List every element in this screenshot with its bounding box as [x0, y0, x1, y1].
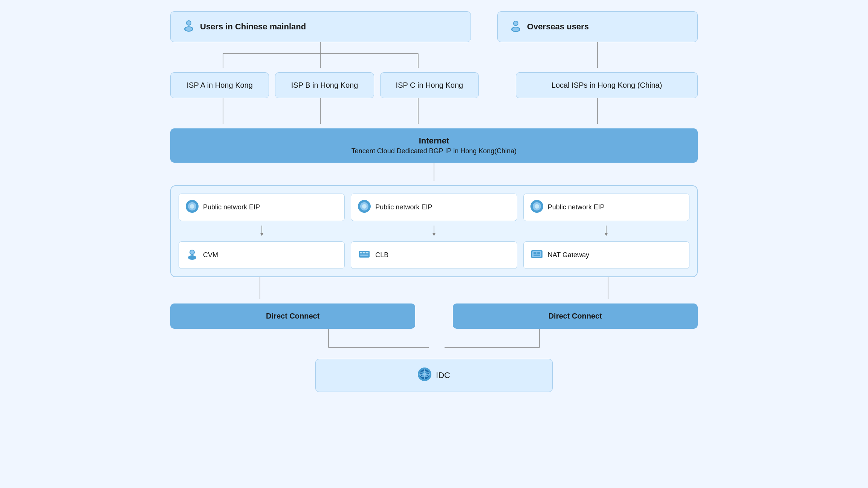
cvm-icon — [186, 248, 199, 262]
clb-label: CLB — [375, 251, 388, 259]
cvm-box: CVM — [179, 241, 345, 269]
eip-box-3: Public network EIP — [523, 194, 689, 221]
dc-right-box: Direct Connect — [453, 303, 698, 329]
dc-right-label: Direct Connect — [549, 312, 602, 320]
converging-arrows — [170, 98, 698, 128]
idc-label: IDC — [436, 371, 450, 380]
direct-connect-row: Direct Connect Direct Connect — [170, 303, 698, 329]
vpc-dc-svg — [170, 277, 698, 303]
svg-point-6 — [514, 21, 518, 25]
internet-subtitle: Tencent Cloud Dedicated BGP IP in Hong K… — [182, 147, 686, 155]
overseas-users-box: Overseas users — [497, 11, 698, 42]
dc-left-label: Direct Connect — [266, 312, 319, 320]
eip-icon-3 — [530, 200, 543, 215]
nat-icon — [530, 248, 543, 262]
isp-a-label: ISP A in Hong Kong — [187, 81, 253, 90]
svg-point-2 — [187, 21, 191, 25]
diagram-container: Users in Chinese mainland Overseas users — [170, 11, 698, 392]
svg-marker-46 — [432, 233, 436, 236]
local-isp-label: Local ISPs in Hong Kong (China) — [552, 81, 662, 90]
isp-b-label: ISP B in Hong Kong — [291, 81, 358, 90]
eip-box-1: Public network EIP — [179, 194, 345, 221]
isp-c-label: ISP C in Hong Kong — [396, 81, 463, 90]
svg-point-54 — [535, 204, 539, 209]
svg-rect-60 — [537, 252, 540, 254]
eip-label-1: Public network EIP — [203, 203, 260, 211]
isp-row: ISP A in Hong Kong ISP B in Hong Kong IS… — [170, 72, 698, 98]
eip-cvm-arrow — [179, 226, 345, 237]
isp-a-box: ISP A in Hong Kong — [170, 72, 269, 98]
eip-box-2: Public network EIP — [351, 194, 517, 221]
svg-point-41 — [190, 250, 194, 254]
clb-icon — [358, 248, 371, 262]
overseas-user-icon — [509, 19, 523, 35]
local-isp-box: Local ISPs in Hong Kong (China) — [516, 72, 698, 98]
svg-point-3 — [185, 27, 192, 31]
svg-rect-49 — [363, 252, 365, 253]
vpc-col-nat: Public network EIP — [523, 194, 689, 269]
converge-svg — [170, 98, 698, 128]
isp-c-box: ISP C in Hong Kong — [380, 72, 479, 98]
dc-idc-svg — [170, 329, 698, 359]
svg-rect-48 — [360, 252, 362, 253]
vpc-container: Public network EIP CVM — [170, 185, 698, 277]
mainland-users-box: Users in Chinese mainland — [170, 11, 471, 42]
internet-box: Internet Tencent Cloud Dedicated BGP IP … — [170, 128, 698, 163]
top-row: Users in Chinese mainland Overseas users — [170, 11, 698, 42]
internet-to-vpc-arrow — [170, 163, 698, 185]
svg-rect-47 — [359, 251, 370, 258]
cvm-label: CVM — [203, 251, 218, 259]
mainland-user-icon — [182, 18, 196, 35]
svg-point-40 — [188, 255, 196, 260]
isp-b-box: ISP B in Hong Kong — [275, 72, 374, 98]
internet-vpc-svg — [170, 163, 698, 185]
internet-title: Internet — [182, 136, 686, 146]
branching-arrows — [170, 42, 698, 72]
eip-clb-arrow — [351, 226, 517, 237]
idc-icon — [418, 368, 431, 383]
eip-cvm-svg — [256, 226, 267, 237]
vpc-col-cvm: Public network EIP CVM — [179, 194, 345, 269]
vpc-col-clb: Public network EIP — [351, 194, 517, 269]
dc-left-box: Direct Connect — [170, 303, 415, 329]
eip-clb-svg — [428, 226, 440, 237]
svg-rect-50 — [366, 252, 368, 253]
nat-box: NAT Gateway — [523, 241, 689, 269]
eip-label-3: Public network EIP — [548, 203, 605, 211]
idc-row: IDC — [170, 359, 698, 392]
dc-to-idc-arrows — [170, 329, 698, 359]
svg-point-36 — [190, 204, 194, 209]
idc-box: IDC — [315, 359, 553, 392]
mainland-users-label: Users in Chinese mainland — [200, 22, 306, 32]
eip-nat-arrow — [523, 226, 689, 237]
svg-rect-51 — [360, 255, 368, 256]
svg-rect-61 — [533, 255, 540, 256]
eip-nat-svg — [601, 226, 612, 237]
eip-icon-1 — [186, 200, 199, 215]
vpc-to-dc-arrows — [170, 277, 698, 303]
overseas-users-label: Overseas users — [527, 22, 589, 32]
nat-label: NAT Gateway — [548, 251, 589, 259]
eip-icon-2 — [358, 200, 371, 215]
svg-marker-38 — [260, 233, 263, 236]
svg-rect-58 — [532, 251, 541, 257]
svg-marker-56 — [605, 233, 608, 236]
svg-rect-59 — [533, 252, 536, 254]
clb-box: CLB — [351, 241, 517, 269]
branch-svg — [170, 42, 698, 72]
svg-point-44 — [362, 204, 367, 209]
svg-point-7 — [512, 27, 519, 31]
eip-label-2: Public network EIP — [375, 203, 432, 211]
